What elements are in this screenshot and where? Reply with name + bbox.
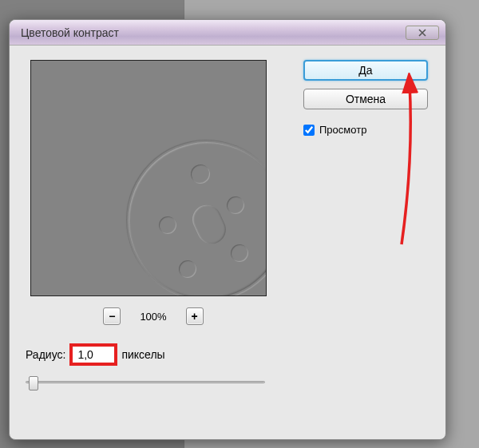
preview-detail [159,216,176,234]
dialog-body: − 100% + Радиус: пикселы Да Отмена [10,46,445,405]
zoom-in-button[interactable]: + [186,307,204,325]
radius-row: Радиус: пикселы [26,344,281,365]
titlebar[interactable]: Цветовой контраст [10,20,445,46]
radius-slider[interactable] [26,375,265,391]
right-column: Да Отмена Просмотр [294,60,430,391]
zoom-out-button[interactable]: − [103,307,121,325]
ok-button[interactable]: Да [303,60,428,81]
slider-thumb[interactable] [29,376,38,391]
minus-icon: − [109,310,115,323]
cancel-button[interactable]: Отмена [303,89,428,109]
preview-detail [179,260,196,278]
preview-detail [231,244,248,262]
preview-checkbox[interactable] [303,125,315,136]
preview-detail [191,165,210,184]
preview-area[interactable] [30,60,267,296]
slider-track [26,381,265,383]
preview-checkbox-label: Просмотр [319,124,366,136]
radius-label: Радиус: [26,348,65,361]
zoom-level: 100% [140,311,166,323]
high-pass-dialog: Цветовой контраст − 100 [9,19,446,440]
radius-input[interactable] [70,344,117,365]
preview-checkbox-row[interactable]: Просмотр [303,124,430,136]
plus-icon: + [192,310,198,323]
zoom-controls: − 100% + [26,307,281,325]
close-icon [418,29,426,37]
dialog-title: Цветовой контраст [21,26,406,39]
radius-units: пикселы [121,348,164,361]
preview-detail [227,196,244,214]
left-column: − 100% + Радиус: пикселы [26,60,281,391]
close-button[interactable] [406,26,439,40]
